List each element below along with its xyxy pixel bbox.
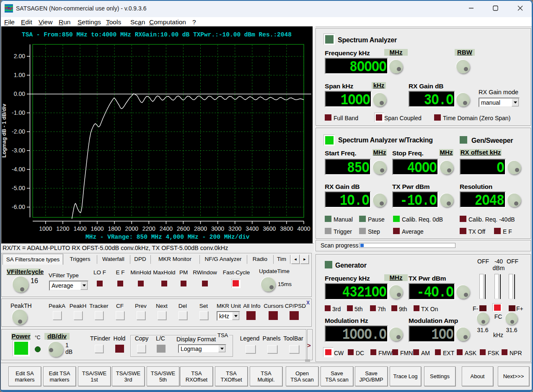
svg-text:Logmag dB - 1 dB/div: Logmag dB - 1 dB/div bbox=[1, 104, 7, 158]
svg-text:0.00: 0.00 bbox=[14, 90, 25, 97]
svg-text:-2.00: -2.00 bbox=[12, 128, 25, 135]
svg-text:3000: 3000 bbox=[211, 225, 224, 232]
svg-text:3200: 3200 bbox=[228, 225, 241, 232]
svg-text:3400: 3400 bbox=[246, 225, 259, 232]
svg-text:-4.00: -4.00 bbox=[12, 166, 25, 173]
svg-text:2600: 2600 bbox=[177, 225, 190, 232]
svg-text:1400: 1400 bbox=[73, 225, 86, 232]
svg-text:3600: 3600 bbox=[263, 225, 276, 232]
svg-text:1800: 1800 bbox=[108, 225, 121, 232]
svg-text:2400: 2400 bbox=[160, 225, 173, 232]
svg-text:1000: 1000 bbox=[39, 225, 52, 232]
svg-text:2000: 2000 bbox=[125, 225, 138, 232]
svg-text:TSA - From:850 MHz to:4000 MHz: TSA - From:850 MHz to:4000 MHz RXGain:10… bbox=[22, 31, 292, 38]
svg-text:2800: 2800 bbox=[194, 225, 207, 232]
svg-text:-1.00: -1.00 bbox=[12, 109, 25, 116]
svg-text:1.00: 1.00 bbox=[14, 72, 25, 78]
svg-text:3800: 3800 bbox=[280, 225, 293, 232]
svg-text:-5.00: -5.00 bbox=[12, 185, 25, 191]
svg-text:2.00: 2.00 bbox=[14, 53, 25, 59]
svg-text:-3.00: -3.00 bbox=[12, 147, 25, 154]
svg-text:-6.00: -6.00 bbox=[12, 204, 25, 210]
svg-text:MHz - VRange: 850 MHz 4,000 MH: MHz - VRange: 850 MHz 4,000 MHz - 200 MH… bbox=[85, 234, 250, 240]
svg-text:2200: 2200 bbox=[142, 225, 155, 232]
svg-text:1200: 1200 bbox=[56, 225, 69, 232]
svg-text:1600: 1600 bbox=[91, 225, 103, 232]
svg-text:4000: 4000 bbox=[297, 225, 310, 232]
